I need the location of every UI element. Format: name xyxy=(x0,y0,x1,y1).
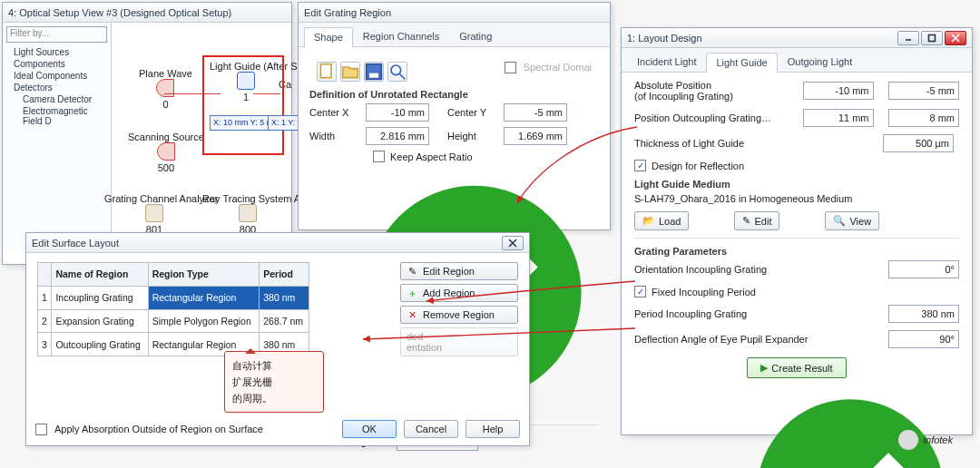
fixed-period-label: Fixed Incoupling Period xyxy=(652,287,810,297)
keep-aspect-checkbox[interactable] xyxy=(373,151,385,162)
svg-rect-0 xyxy=(320,64,331,78)
table-row[interactable]: 2 Expansion Grating Simple Polygon Regio… xyxy=(38,309,309,333)
table-row[interactable]: 1 Incoupling Grating Rectangular Region … xyxy=(38,286,309,309)
thickness-label: Thickness of Light Guide xyxy=(634,138,793,149)
plus-icon: ＋ xyxy=(407,288,417,298)
remove-region-button[interactable]: ✕Remove Region xyxy=(400,306,518,324)
tree-item[interactable]: Ideal Components xyxy=(14,70,107,82)
svg-rect-6 xyxy=(929,34,936,41)
esl-titlebar[interactable]: Edit Surface Layout xyxy=(26,233,529,253)
col-type: Region Type xyxy=(148,263,260,287)
view-button[interactable]: 🔍View xyxy=(825,211,879,230)
cancel-button[interactable]: Cancel xyxy=(404,420,458,438)
egr-title: Edit Grating Region xyxy=(304,7,604,18)
maximize-icon[interactable] xyxy=(921,31,943,45)
ld-tabs: Incident Light Light Guide Outgoing Ligh… xyxy=(622,48,972,73)
graph-canvas[interactable]: Plane Wave 0 Scanning Source 500 Light G… xyxy=(112,23,291,249)
definition-label: Definition of Unrotated Rectangle xyxy=(309,89,599,100)
tab-grating[interactable]: Grating xyxy=(449,26,502,46)
edit-grating-region-window: Edit Grating Region Shape Region Channel… xyxy=(298,2,611,230)
close-icon[interactable] xyxy=(945,31,966,45)
load-button[interactable]: 📂Load xyxy=(634,211,689,230)
search-icon[interactable] xyxy=(387,62,407,82)
tree-item[interactable]: Light Sources xyxy=(14,46,107,58)
col-period: Period xyxy=(260,263,309,287)
grating-title: Grating Parameters xyxy=(634,246,959,257)
tree-item[interactable]: Components xyxy=(14,58,107,70)
highlight-box xyxy=(202,55,284,155)
region-table[interactable]: Name of Region Region Type Period 1 Inco… xyxy=(37,262,309,356)
col-index xyxy=(38,263,52,287)
abs-pos-x-input[interactable] xyxy=(803,82,874,100)
tab-region-channels[interactable]: Region Channels xyxy=(353,26,449,46)
play-icon: ▶ xyxy=(760,362,768,374)
node-scanning-source[interactable]: Scanning Source 500 xyxy=(128,130,204,173)
node-plane-wave[interactable]: Plane Wave 0 xyxy=(139,66,192,110)
disabled-button: ded entation xyxy=(400,327,518,356)
medium-value: S-LAH79_Ohara_2016 in Homogeneous Medium xyxy=(634,193,852,204)
optical-setup-titlebar: 4: Optical Setup View #3 (Designed Optic… xyxy=(3,3,291,23)
spectral-label: Spectral Domai xyxy=(524,62,592,82)
width-input[interactable] xyxy=(366,127,429,145)
medium-title: Light Guide Medium xyxy=(634,179,959,190)
pos-out-label: Position Outcoupling Grating… xyxy=(634,112,793,123)
save-icon[interactable] xyxy=(364,62,384,82)
close-icon[interactable] xyxy=(502,236,524,250)
ok-button[interactable]: OK xyxy=(342,420,397,438)
pos-out-y-input[interactable] xyxy=(888,109,959,127)
ld-titlebar[interactable]: 1: Layout Design xyxy=(622,28,972,48)
centerx-label: Center X xyxy=(309,107,360,118)
annotation-callout: 自动计算 扩展光栅 的周期。 xyxy=(224,351,324,413)
deflection-input[interactable] xyxy=(888,330,959,348)
tab-shape[interactable]: Shape xyxy=(304,27,353,47)
node-gca[interactable]: Grating Channel Analyzer 801 xyxy=(104,191,204,235)
design-reflection-checkbox[interactable] xyxy=(634,160,646,171)
spectral-checkbox[interactable] xyxy=(505,62,516,73)
wechat-icon xyxy=(898,430,918,450)
open-icon[interactable] xyxy=(340,62,360,82)
design-reflection-label: Design for Reflection xyxy=(652,161,810,171)
minimize-icon[interactable] xyxy=(897,31,919,45)
apply-absorption-checkbox[interactable] xyxy=(35,424,47,435)
absolute-position-label: Absolute Position (of Incoupling Grating… xyxy=(634,80,793,102)
new-icon[interactable] xyxy=(317,62,337,82)
component-tree[interactable]: Filter by... Light Sources Components Id… xyxy=(3,23,112,249)
tab-light-guide[interactable]: Light Guide xyxy=(706,53,777,73)
abs-pos-y-input[interactable] xyxy=(888,82,959,100)
tab-outgoing-light[interactable]: Outgoing Light xyxy=(778,52,863,72)
fixed-period-checkbox[interactable] xyxy=(634,286,646,297)
tree-filter-input[interactable]: Filter by... xyxy=(6,26,107,43)
centery-input[interactable] xyxy=(504,103,567,122)
pos-out-x-input[interactable] xyxy=(803,109,874,127)
edit-region-button[interactable]: ✎Edit Region xyxy=(400,262,518,280)
optical-setup-window: 4: Optical Setup View #3 (Designed Optic… xyxy=(2,2,292,265)
svg-point-3 xyxy=(391,65,401,75)
keep-aspect-label: Keep Aspect Ratio xyxy=(390,151,473,162)
tree-item[interactable]: Electromagnetic Field D xyxy=(14,105,107,127)
node-rts[interactable]: Ray Tracing System Analyzer 800 xyxy=(202,191,293,235)
col-name: Name of Region xyxy=(52,263,148,287)
ld-title: 1: Layout Design xyxy=(627,33,897,44)
height-label: Height xyxy=(447,131,498,141)
tree-item[interactable]: Camera Detector xyxy=(14,93,107,105)
edit-surface-layout-window: Edit Surface Layout Name of Region Regio… xyxy=(25,232,530,446)
width-label: Width xyxy=(309,131,360,141)
create-result-button[interactable]: ▶ Create Result xyxy=(747,357,846,378)
egr-titlebar: Edit Grating Region xyxy=(299,3,610,23)
add-region-button[interactable]: ＋Add Region xyxy=(400,284,518,302)
orientation-input[interactable] xyxy=(888,260,959,278)
edit-button[interactable]: ✎Edit xyxy=(734,211,779,230)
svg-line-4 xyxy=(400,74,406,80)
folder-icon: 📂 xyxy=(642,215,655,227)
deflection-label: Deflection Angle of Eye Pupil Expander xyxy=(634,334,793,345)
thickness-input[interactable] xyxy=(883,134,954,152)
pencil-icon: ✎ xyxy=(742,215,750,227)
period-input[interactable] xyxy=(888,305,959,323)
tree-item[interactable]: Detectors xyxy=(14,82,107,93)
cross-icon: ✕ xyxy=(407,309,417,320)
orientation-label: Orientation Incoupling Grating xyxy=(634,264,793,275)
help-button[interactable]: Help xyxy=(466,420,520,438)
tab-incident-light[interactable]: Incident Light xyxy=(627,52,706,72)
centerx-input[interactable] xyxy=(366,103,429,122)
height-input[interactable] xyxy=(504,127,567,145)
